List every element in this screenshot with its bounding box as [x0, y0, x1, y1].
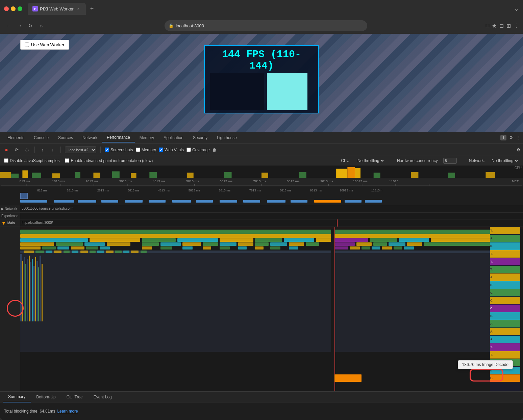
svg-rect-54 [172, 200, 191, 203]
hardware-concurrency-input[interactable] [443, 158, 457, 164]
extensions-icon[interactable]: ⊞ [506, 23, 511, 29]
maximize-button[interactable] [18, 6, 22, 11]
svg-text:10813 ms: 10813 ms [353, 180, 368, 183]
tab-performance[interactable]: Performance [102, 133, 135, 142]
svg-text:A.: A. [490, 322, 493, 325]
tab-lighthouse[interactable]: Lighthouse [212, 133, 242, 142]
tab-elements[interactable]: Elements [3, 133, 29, 142]
record-button[interactable]: ● [3, 146, 10, 154]
clear-button[interactable]: ◌ [23, 146, 30, 154]
svg-rect-125 [255, 246, 264, 250]
tab-memory[interactable]: Memory [135, 133, 159, 142]
svg-rect-59 [291, 200, 307, 203]
coverage-clear-icon[interactable]: 🗑 [213, 148, 217, 152]
svg-rect-175 [490, 250, 520, 258]
tab-security[interactable]: Security [188, 133, 212, 142]
web-worker-checkbox[interactable] [25, 43, 29, 47]
bookmark-icon[interactable]: □ [486, 23, 489, 29]
screenshots-checkbox[interactable]: Screenshots [105, 148, 133, 152]
tab-console[interactable]: Console [29, 133, 53, 142]
tab-network[interactable]: Network [78, 133, 102, 142]
url-bar[interactable]: 🔒 localhost:3000 [165, 20, 367, 31]
tab-bottom-up[interactable]: Bottom-Up [31, 392, 61, 402]
enable-advanced-paint-label: Enable advanced paint instrumentation (s… [71, 158, 153, 163]
svg-rect-6 [93, 173, 100, 178]
svg-rect-124 [238, 246, 247, 250]
svg-rect-77 [20, 230, 331, 234]
devtools-settings-icon[interactable]: ⚙ [509, 135, 513, 140]
disable-js-samples-checkbox[interactable]: Disable JavaScript samples [4, 158, 59, 163]
minimize-button[interactable] [11, 6, 16, 11]
svg-rect-121 [182, 246, 193, 250]
svg-rect-11 [224, 172, 231, 178]
coverage-checkbox[interactable]: Coverage [186, 148, 210, 152]
svg-rect-53 [149, 200, 166, 203]
profile-select[interactable]: localhost #2 [65, 147, 96, 153]
svg-rect-4 [52, 173, 60, 178]
svg-rect-13 [299, 172, 306, 178]
tab-summary[interactable]: Summary [3, 392, 31, 402]
svg-text:1813 ms: 1813 ms [67, 189, 79, 192]
title-bar: P PIXI Web Worker × + ⌄ [0, 0, 523, 18]
cpu-throttle-select[interactable]: No throttling [356, 158, 385, 163]
memory-checkbox[interactable]: Memory [136, 148, 156, 152]
web-vitals-checkbox[interactable]: Web Vitals [159, 148, 184, 152]
svg-rect-135 [20, 251, 331, 352]
options-left: Disable JavaScript samples Enable advanc… [4, 158, 153, 163]
svg-rect-55 [196, 200, 213, 203]
svg-rect-49 [54, 200, 74, 203]
net-row [20, 199, 522, 204]
svg-text:C.: C. [490, 299, 493, 302]
new-tab-button[interactable]: + [87, 4, 97, 14]
tab-application[interactable]: Application [159, 133, 188, 142]
network-track-row: ▶ Network 5000x5000 (source.unsplash.com… [0, 205, 523, 213]
svg-rect-118 [100, 246, 110, 250]
svg-rect-58 [267, 200, 285, 203]
home-button[interactable]: ⌂ [36, 21, 46, 30]
svg-rect-113 [20, 246, 41, 250]
back-button[interactable]: ← [4, 21, 14, 30]
svg-rect-140 [35, 251, 44, 253]
net-chart-svg [20, 199, 522, 204]
download-button[interactable]: ↓ [49, 146, 56, 154]
forward-button[interactable]: → [15, 21, 24, 30]
tab-close-button[interactable]: × [76, 6, 81, 11]
tab-sources[interactable]: Sources [53, 133, 78, 142]
svg-rect-110 [389, 242, 405, 246]
svg-rect-9 [149, 172, 157, 178]
svg-rect-103 [255, 242, 269, 246]
svg-rect-8 [131, 173, 136, 178]
svg-text:9813 ms: 9813 ms [310, 189, 322, 192]
upload-button[interactable]: ↑ [39, 146, 46, 154]
enable-advanced-paint-checkbox[interactable]: Enable advanced paint instrumentation (s… [65, 158, 153, 163]
refresh-record-button[interactable]: ⟳ [13, 146, 20, 154]
svg-rect-17 [374, 173, 380, 178]
svg-rect-139 [24, 251, 34, 253]
use-web-worker-button[interactable]: Use Web Worker [20, 40, 69, 50]
svg-rect-105 [289, 242, 304, 246]
svg-rect-181 [490, 273, 520, 281]
network-throttle-select[interactable]: No throttling [490, 158, 519, 163]
svg-rect-91 [399, 238, 429, 242]
status-text: Total blocking time: 64.81ms [4, 409, 55, 414]
settings-icon-right[interactable]: ⚙ [517, 148, 520, 152]
star-icon[interactable]: ★ [492, 23, 497, 29]
tab-event-log[interactable]: Event Log [88, 392, 117, 402]
window-expand-icon[interactable]: ⌄ [514, 5, 519, 12]
devtools-panel-icon[interactable]: 1 [500, 135, 506, 140]
svg-rect-150 [123, 251, 129, 253]
menu-icon[interactable]: ⋮ [514, 23, 519, 29]
svg-rect-108 [356, 242, 372, 246]
active-tab[interactable]: P PIXI Web Worker × [28, 3, 86, 15]
svg-rect-87 [284, 238, 314, 242]
svg-text:3813 ms: 3813 ms [119, 180, 132, 183]
tab-bar: P PIXI Web Worker × + [28, 3, 511, 15]
devtools-more-icon[interactable]: ⋮ [516, 135, 520, 140]
close-button[interactable] [4, 6, 9, 11]
svg-rect-189 [490, 305, 520, 312]
cast-icon[interactable]: ⊡ [499, 23, 504, 29]
refresh-button[interactable]: ↻ [26, 21, 35, 30]
tab-call-tree[interactable]: Call Tree [61, 392, 88, 402]
learn-more-link[interactable]: Learn more [57, 409, 78, 414]
svg-rect-94 [56, 242, 83, 246]
